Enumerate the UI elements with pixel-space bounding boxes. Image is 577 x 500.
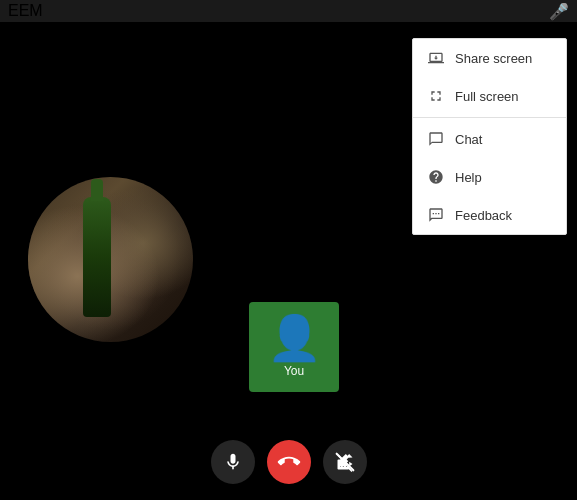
help-icon	[427, 168, 445, 186]
menu-item-chat[interactable]: Chat	[413, 120, 566, 158]
phone-icon	[273, 446, 304, 477]
context-menu: Share screen Full screen Chat Help	[412, 38, 567, 235]
share-screen-icon	[427, 49, 445, 67]
menu-item-full-screen[interactable]: Full screen	[413, 77, 566, 115]
help-label: Help	[455, 170, 482, 185]
video-off-icon	[335, 452, 355, 472]
full-screen-label: Full screen	[455, 89, 519, 104]
menu-item-share-screen[interactable]: Share screen	[413, 39, 566, 77]
self-video-inner	[28, 177, 193, 342]
app-title: EEM	[8, 2, 43, 20]
hang-up-button[interactable]	[257, 431, 319, 493]
mic-icon	[223, 452, 243, 472]
share-screen-label: Share screen	[455, 51, 532, 66]
feedback-label: Feedback	[455, 208, 512, 223]
you-label: You	[284, 364, 304, 378]
bottle-decoration	[83, 197, 111, 317]
menu-divider-1	[413, 117, 566, 118]
fullscreen-icon	[427, 87, 445, 105]
title-mic-icon: 🎤	[549, 2, 569, 21]
person-icon: 👤	[267, 316, 322, 360]
feedback-icon	[427, 206, 445, 224]
you-tile: 👤 You	[249, 302, 339, 392]
menu-item-help[interactable]: Help	[413, 158, 566, 196]
mute-mic-button[interactable]	[211, 440, 255, 484]
chat-label: Chat	[455, 132, 482, 147]
chat-icon	[427, 130, 445, 148]
toggle-video-button[interactable]	[323, 440, 367, 484]
title-bar: EEM 🎤	[0, 0, 577, 22]
controls-bar	[0, 440, 577, 484]
self-video	[28, 177, 193, 342]
menu-item-feedback[interactable]: Feedback	[413, 196, 566, 234]
